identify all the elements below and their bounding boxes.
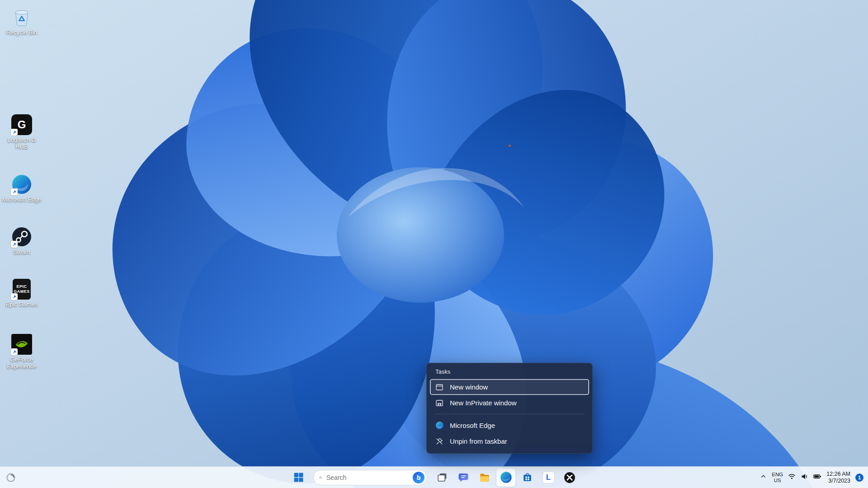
clock-time: 12:26 AM [826, 471, 850, 478]
shortcut-arrow-icon [11, 188, 18, 195]
shortcut-arrow-icon [11, 348, 18, 355]
chat-icon [458, 472, 469, 483]
edge-icon [500, 471, 512, 483]
wifi-icon[interactable] [788, 473, 796, 482]
system-tray: ENG US 12:26 AM 3/7/2023 [760, 467, 863, 488]
notification-count: 1 [858, 475, 861, 480]
geforce-experience-icon [11, 333, 33, 355]
menu-separator [434, 414, 585, 414]
clock[interactable]: 12:26 AM 3/7/2023 [826, 471, 850, 484]
microsoft-store-button[interactable] [518, 469, 537, 487]
epic-glyph-top: EPIC [16, 284, 27, 289]
l-app-button[interactable]: L [539, 469, 558, 487]
menu-item-unpin-from-taskbar[interactable]: Unpin from taskbar [430, 433, 589, 449]
desktop-icon-label: Steam [13, 249, 30, 256]
edge-icon [11, 174, 33, 195]
menu-item-label: New InPrivate window [450, 399, 517, 407]
menu-group-header: Tasks [430, 367, 589, 379]
clock-date: 3/7/2023 [826, 478, 850, 484]
battery-icon[interactable] [813, 473, 821, 482]
language-line2: US [772, 478, 783, 483]
desktop-icon-logitech-ghub[interactable]: G Logitech G HUB [1, 114, 42, 150]
desktop-icon-microsoft-edge[interactable]: Microsoft Edge [1, 174, 42, 203]
desktop-icon-label: Logitech G HUB [1, 137, 42, 150]
xbox-icon [564, 472, 576, 483]
file-explorer-icon [479, 472, 491, 483]
edge-taskbar-button[interactable] [496, 469, 515, 487]
steam-icon [11, 226, 33, 248]
desktop-icon-geforce-experience[interactable]: GeForce Experience [1, 333, 42, 370]
edge-icon [435, 421, 444, 430]
language-indicator[interactable]: ENG US [772, 472, 783, 483]
start-button[interactable] [289, 469, 308, 487]
menu-item-label: Microsoft Edge [450, 422, 495, 429]
language-line1: ENG [772, 472, 783, 478]
desktop-icon-label: Recycle Bin [6, 29, 38, 36]
shortcut-arrow-icon [11, 241, 18, 248]
inprivate-window-icon [435, 399, 444, 408]
desktop-icon-label: Microsoft Edge [2, 197, 42, 203]
l-app-icon: L [542, 471, 555, 483]
notification-badge[interactable]: 1 [855, 474, 863, 482]
bing-glyph: b [417, 474, 421, 481]
volume-icon[interactable] [801, 473, 808, 482]
desktop-icon-recycle-bin[interactable]: Recycle Bin [1, 6, 42, 36]
search-input[interactable] [326, 474, 409, 482]
bing-search-icon[interactable]: b [413, 472, 425, 483]
search-icon [319, 474, 322, 481]
task-view-button[interactable] [433, 469, 452, 487]
taskbar-center-group: b [289, 467, 579, 488]
desktop-icon-label: Epic Games [6, 301, 38, 308]
unpin-icon [435, 437, 444, 446]
xbox-button[interactable] [560, 469, 579, 487]
logitech-ghub-icon: G [11, 114, 33, 136]
taskbar-corner-icon[interactable] [6, 473, 16, 484]
menu-item-label: New window [450, 383, 488, 391]
desktop-icon-steam[interactable]: Steam [1, 226, 42, 256]
menu-item-microsoft-edge[interactable]: Microsoft Edge [430, 418, 589, 433]
desktop-icon-epic-games[interactable]: EPIC GAMES Epic Games [1, 278, 42, 308]
menu-item-label: Unpin from taskbar [450, 437, 507, 445]
shortcut-arrow-icon [11, 293, 18, 300]
file-explorer-button[interactable] [475, 469, 494, 487]
epic-games-icon: EPIC GAMES [11, 278, 33, 300]
edge-jumplist-menu: Tasks New window New InPrivate window [426, 363, 593, 454]
l-app-glyph: L [546, 473, 551, 482]
cursor-dot [509, 145, 511, 147]
taskbar: b [0, 466, 868, 488]
taskbar-search[interactable]: b [313, 470, 427, 485]
task-view-icon [437, 472, 448, 483]
chat-button[interactable] [454, 469, 473, 487]
logitech-glyph: G [18, 118, 26, 131]
tray-chevron-up-icon[interactable] [760, 473, 767, 482]
shortcut-arrow-icon [11, 129, 18, 136]
menu-item-new-window[interactable]: New window [430, 379, 589, 395]
menu-item-new-inprivate-window[interactable]: New InPrivate window [430, 395, 589, 411]
desktop-icon-label: GeForce Experience [1, 357, 42, 370]
recycle-bin-icon [11, 6, 33, 28]
windows-logo-icon [293, 472, 304, 483]
new-window-icon [435, 383, 444, 392]
microsoft-store-icon [522, 472, 533, 483]
